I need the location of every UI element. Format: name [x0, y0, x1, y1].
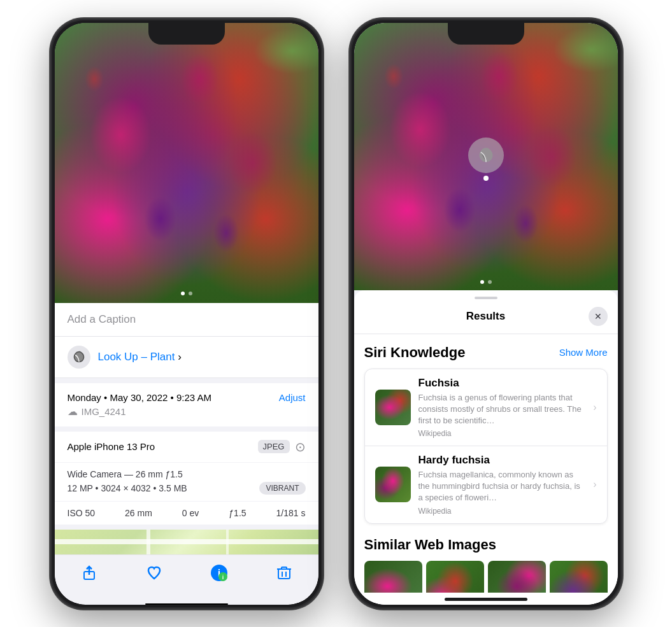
lookup-text: Look Up – [98, 351, 148, 363]
card-info-fuchsia: Fuchsia Fuchsia is a genus of flowering … [418, 377, 586, 439]
leaf-icon [73, 351, 85, 363]
similar-image-1[interactable] [364, 561, 422, 593]
card-source-hardy: Wikipedia [418, 507, 586, 516]
camera-details: Wide Camera — 26 mm ƒ1.5 12 MP • 3024 × … [55, 463, 318, 501]
close-results-button[interactable]: ✕ [589, 307, 608, 326]
phone1-content: Add a Caption Look Up – Plant › [55, 23, 318, 605]
photo-view[interactable] [55, 23, 318, 303]
phone-2-screen: Results ✕ Siri Knowledge Show More [354, 23, 618, 605]
card-info-hardy: Hardy fuchsia Fuchsia magellanica, commo… [418, 454, 586, 516]
card-image-hardy [375, 467, 411, 502]
heart-icon [147, 565, 162, 581]
page-indicator [181, 292, 192, 295]
device-row: Apple iPhone 13 Pro JPEG ⊙ [55, 432, 318, 462]
cloud-icon: ☁ [68, 405, 78, 418]
exif-iso: ISO 50 [68, 508, 96, 518]
camera-section: Apple iPhone 13 Pro JPEG ⊙ Wide Camera —… [55, 432, 318, 530]
notch-2 [448, 23, 524, 45]
filename-row: ☁ IMG_4241 [68, 405, 306, 418]
lens-info: Wide Camera — 26 mm ƒ1.5 [68, 469, 306, 479]
page-dot-1 [181, 292, 185, 295]
power-button[interactable] [322, 159, 324, 216]
exif-aperture: ƒ1.5 [229, 508, 246, 518]
phone2-content: Results ✕ Siri Knowledge Show More [354, 23, 618, 605]
card-source-fuchsia: Wikipedia [418, 429, 586, 438]
card-name-hardy: Hardy fuchsia [418, 454, 586, 467]
lookup-row[interactable]: Look Up – Plant › [55, 337, 318, 378]
visual-lookup-leaf-icon [477, 146, 495, 164]
mp-info: 12 MP • 3024 × 4032 • 3.5 MB [68, 483, 187, 493]
knowledge-card-fuchsia[interactable]: Fuchsia Fuchsia is a genus of flowering … [365, 369, 607, 447]
location-icon: ⊙ [295, 439, 306, 454]
exif-ev: 0 ev [182, 508, 199, 518]
card-name-fuchsia: Fuchsia [418, 377, 586, 390]
vol-up-button-2[interactable] [349, 134, 350, 172]
info-button[interactable]: i i [210, 564, 228, 582]
svg-text:i: i [222, 574, 224, 581]
card-chevron-fuchsia: › [593, 402, 596, 413]
home-indicator-2 [445, 598, 527, 601]
visual-lookup-button[interactable] [468, 137, 504, 173]
knowledge-card-hardy[interactable]: Hardy fuchsia Fuchsia magellanica, commo… [365, 446, 607, 523]
exif-focal: 26 mm [125, 508, 152, 518]
phone-2: Results ✕ Siri Knowledge Show More [349, 18, 623, 610]
exif-row: ISO 50 26 mm 0 ev ƒ1.5 1/181 s [55, 502, 318, 525]
vol-down-button[interactable] [50, 185, 51, 223]
share-button[interactable] [80, 564, 98, 582]
device-name: Apple iPhone 13 Pro [68, 441, 155, 452]
results-content[interactable]: Siri Knowledge Show More Fuchsia Fuchsia… [354, 334, 618, 593]
caption-area[interactable]: Add a Caption [55, 303, 318, 337]
lookup-subject: Plant [147, 351, 175, 363]
delete-button[interactable] [275, 564, 293, 582]
similar-image-3[interactable] [488, 561, 546, 593]
like-button[interactable] [145, 564, 163, 582]
photo-background [55, 23, 318, 303]
filename: IMG_4241 [82, 406, 126, 417]
siri-knowledge-header: Siri Knowledge Show More [364, 344, 608, 361]
info-icon: i i [210, 564, 228, 582]
vol-down-button-2[interactable] [349, 185, 350, 223]
lookup-label: Look Up – Plant › [98, 351, 182, 363]
siri-knowledge-title: Siri Knowledge [364, 344, 466, 361]
map-view[interactable] [55, 530, 318, 554]
home-indicator [145, 603, 228, 605]
photo-date: Monday • May 30, 2022 • 9:23 AM [68, 392, 211, 403]
format-badge: JPEG [258, 440, 290, 453]
card-desc-fuchsia: Fuchsia is a genus of flowering plants t… [418, 392, 586, 427]
trash-icon [276, 565, 292, 581]
mp-row: 12 MP • 3024 × 4032 • 3.5 MB VIBRANT [68, 482, 306, 495]
visual-lookup-icon [68, 346, 90, 369]
show-more-button[interactable]: Show More [559, 347, 608, 358]
style-badge: VIBRANT [259, 482, 305, 495]
page-dot-2-1 [480, 280, 484, 284]
photo-overlay [55, 23, 318, 303]
page-indicator-2 [480, 280, 492, 284]
photo-info-section: Monday • May 30, 2022 • 9:23 AM Adjust ☁… [55, 383, 318, 426]
phones-container: Add a Caption Look Up – Plant › [37, 5, 636, 623]
card-image-fuchsia [375, 390, 411, 425]
notch [148, 23, 225, 45]
similar-image-4[interactable] [550, 561, 608, 593]
svg-rect-5 [278, 569, 290, 579]
results-title: Results [383, 310, 589, 323]
visual-lookup-dot [483, 176, 489, 181]
phone-1-screen: Add a Caption Look Up – Plant › [55, 23, 318, 605]
share-icon [82, 565, 97, 581]
card-desc-hardy: Fuchsia magellanica, commonly known as t… [418, 469, 586, 504]
caption-placeholder: Add a Caption [68, 313, 136, 325]
results-header: Results ✕ [354, 304, 618, 334]
photo-toolbar: i i [55, 554, 318, 601]
knowledge-cards: Fuchsia Fuchsia is a genus of flowering … [364, 369, 608, 524]
date-row: Monday • May 30, 2022 • 9:23 AM Adjust [68, 392, 306, 403]
phone-1: Add a Caption Look Up – Plant › [50, 18, 324, 610]
power-button-2[interactable] [622, 159, 623, 216]
results-sheet: Results ✕ Siri Knowledge Show More [354, 290, 618, 605]
page-dot-2-2 [488, 280, 492, 284]
photo-view-2[interactable] [354, 23, 618, 290]
page-dot-2 [189, 292, 192, 295]
adjust-button[interactable]: Adjust [279, 392, 306, 403]
card-chevron-hardy: › [593, 479, 596, 490]
vol-up-button[interactable] [50, 134, 51, 172]
sheet-handle[interactable] [475, 297, 497, 299]
similar-image-2[interactable] [426, 561, 484, 593]
